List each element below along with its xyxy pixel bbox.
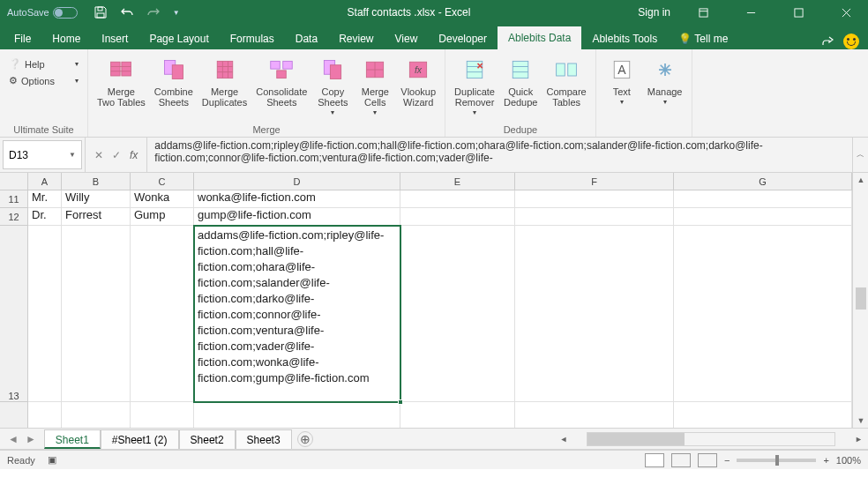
scroll-down-icon[interactable]: ▼ (853, 414, 868, 428)
cell-d11[interactable]: wonka@life-fiction.com (194, 190, 400, 208)
formula-text[interactable]: addams@life-fiction.com;ripley@life-fict… (147, 138, 852, 172)
redo-icon[interactable] (146, 5, 161, 19)
help-button[interactable]: ❔Help ▾ (5, 56, 82, 71)
hscroll-left-icon[interactable]: ◄ (559, 435, 571, 444)
cell-a11[interactable]: Mr. (28, 190, 62, 208)
consolidate-sheets-button[interactable]: Consolidate Sheets (252, 53, 311, 123)
feedback-icon[interactable] (843, 34, 859, 49)
cell-b11[interactable]: Willy (62, 190, 131, 208)
vlookup-wizard-button[interactable]: fxVlookup Wizard (397, 53, 439, 123)
cell-e11[interactable] (400, 190, 515, 208)
save-icon[interactable] (94, 5, 108, 19)
cell-e13[interactable] (400, 226, 515, 402)
tab-file[interactable]: File (4, 28, 41, 49)
macro-record-icon[interactable]: ▣ (48, 454, 56, 466)
quick-dedupe-button[interactable]: Quick Dedupe (500, 53, 542, 123)
cell-b13[interactable] (62, 226, 131, 402)
col-header-g[interactable]: G (674, 173, 852, 190)
row-header-13[interactable]: 13 (0, 226, 28, 402)
horizontal-scrollbar[interactable] (587, 432, 835, 446)
sheet-tab-sheet1-2[interactable]: #Sheet1 (2) (101, 429, 179, 449)
maximize-button[interactable] (783, 0, 813, 25)
tab-formulas[interactable]: Formulas (220, 28, 285, 49)
combine-sheets-button[interactable]: Combine Sheets (151, 53, 197, 123)
cell-a12[interactable]: Dr. (28, 208, 62, 226)
tab-developer[interactable]: Developer (428, 28, 498, 49)
zoom-out-button[interactable]: − (724, 455, 730, 466)
zoom-slider[interactable] (737, 459, 816, 462)
cell-f13[interactable] (515, 226, 674, 402)
cell-f11[interactable] (515, 190, 674, 208)
cell-c11[interactable]: Wonka (131, 190, 194, 208)
add-sheet-button[interactable]: ⊕ (297, 431, 313, 447)
svg-rect-0 (98, 7, 102, 11)
sign-in-link[interactable]: Sign in (638, 6, 670, 19)
col-header-b[interactable]: B (62, 173, 131, 190)
tab-tell-me[interactable]: 💡 Tell me (668, 28, 738, 49)
col-header-c[interactable]: C (131, 173, 194, 190)
view-page-break-icon[interactable] (698, 453, 717, 467)
cell-g12[interactable] (674, 208, 852, 226)
col-header-e[interactable]: E (400, 173, 515, 190)
merge-two-tables-button[interactable]: Merge Two Tables (94, 53, 149, 123)
name-box[interactable]: D13▼ (3, 140, 82, 169)
row-header-12[interactable]: 12 (0, 208, 28, 226)
qat-customize-icon[interactable]: ▼ (173, 9, 180, 17)
sheet-tab-sheet2[interactable]: Sheet2 (179, 429, 236, 449)
insert-function-icon[interactable]: fx (130, 149, 138, 161)
tab-view[interactable]: View (385, 28, 429, 49)
row-header-14[interactable] (0, 402, 28, 428)
duplicate-remover-button[interactable]: Duplicate Remover▾ (451, 53, 498, 123)
autosave-toggle[interactable]: AutoSave (7, 7, 78, 19)
cancel-formula-icon[interactable]: ✕ (94, 149, 103, 161)
close-button[interactable] (831, 0, 861, 25)
options-button[interactable]: ⚙Options ▾ (5, 73, 82, 88)
text-button[interactable]: AText▾ (602, 53, 642, 123)
col-header-d[interactable]: D (194, 173, 400, 190)
zoom-in-button[interactable]: + (823, 455, 828, 466)
manage-button[interactable]: Manage▾ (644, 53, 686, 123)
cell-f12[interactable] (515, 208, 674, 226)
enter-formula-icon[interactable]: ✓ (112, 149, 121, 161)
view-page-layout-icon[interactable] (671, 453, 691, 467)
cell-g13[interactable] (674, 226, 852, 402)
hscroll-right-icon[interactable]: ► (851, 435, 868, 444)
tab-review[interactable]: Review (328, 28, 384, 49)
scroll-up-icon[interactable]: ▲ (853, 173, 868, 187)
minimize-button[interactable] (736, 0, 766, 25)
scroll-thumb[interactable] (856, 287, 866, 310)
tab-insert[interactable]: Insert (91, 28, 138, 49)
select-all-corner[interactable] (0, 173, 28, 190)
cell-e12[interactable] (400, 208, 515, 226)
sheet-tab-sheet3[interactable]: Sheet3 (236, 429, 292, 449)
row-header-11[interactable]: 11 (0, 190, 28, 208)
tab-home[interactable]: Home (41, 28, 91, 49)
ribbon-options-icon[interactable] (688, 0, 718, 25)
tab-data[interactable]: Data (285, 28, 328, 49)
tab-ablebits-tools[interactable]: Ablebits Tools (581, 28, 668, 49)
vertical-scrollbar[interactable]: ▲ ▼ (852, 173, 868, 428)
cell-d13[interactable]: addams@life-fiction.com;ripley@life-fict… (194, 226, 400, 402)
compare-tables-button[interactable]: Compare Tables (542, 53, 589, 123)
chevron-down-icon[interactable]: ▼ (69, 151, 76, 159)
copy-sheets-button[interactable]: Copy Sheets▾ (312, 53, 353, 123)
zoom-value[interactable]: 100% (836, 455, 861, 466)
merge-duplicates-button[interactable]: Merge Duplicates (198, 53, 251, 123)
sheet-tab-sheet1[interactable]: Sheet1 (44, 429, 101, 449)
cell-c12[interactable]: Gump (131, 208, 194, 226)
tab-page-layout[interactable]: Page Layout (138, 28, 219, 49)
cell-a13[interactable] (28, 226, 62, 402)
tab-ablebits-data[interactable]: Ablebits Data (498, 26, 581, 49)
view-normal-icon[interactable] (645, 453, 664, 467)
sheet-nav[interactable]: ◄► (0, 433, 44, 445)
undo-icon[interactable] (120, 5, 134, 19)
cell-g11[interactable] (674, 190, 852, 208)
col-header-a[interactable]: A (28, 173, 62, 190)
cell-c13[interactable] (131, 226, 194, 402)
merge-cells-button[interactable]: Merge Cells▾ (355, 53, 395, 123)
share-icon[interactable] (820, 34, 834, 49)
col-header-f[interactable]: F (515, 173, 674, 190)
cell-b12[interactable]: Forrest (62, 208, 131, 226)
formula-expand-icon[interactable]: ︿ (852, 138, 868, 172)
cell-d12[interactable]: gump@life-fiction.com (194, 208, 400, 226)
